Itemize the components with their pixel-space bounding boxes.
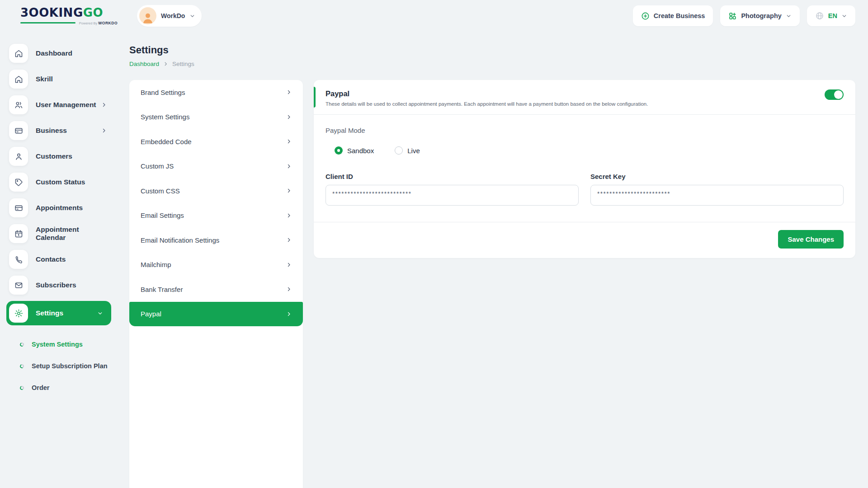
- bullet-icon: [19, 342, 25, 347]
- subnav-item-order[interactable]: Order: [20, 377, 118, 399]
- bullet-icon: [19, 385, 25, 390]
- settings-menu-custom-css[interactable]: Custom CSS: [129, 178, 303, 203]
- chevron-right-icon: [286, 139, 292, 144]
- breadcrumb-dashboard-link[interactable]: Dashboard: [129, 61, 159, 67]
- radio-option-live[interactable]: Live: [395, 146, 420, 155]
- chevron-right-icon: [101, 128, 107, 133]
- settings-menu-email-settings[interactable]: Email Settings: [129, 203, 303, 228]
- chevron-right-icon: [286, 188, 292, 193]
- settings-subnav: System Settings Setup Subscription Plan …: [9, 331, 118, 399]
- sidebar-item-customers[interactable]: Customers: [9, 146, 118, 166]
- sidebar-item-subscribers[interactable]: Subscribers: [9, 275, 118, 295]
- credential-fields: Client ID Secret Key: [326, 173, 844, 206]
- secret-key-label: Secret Key: [590, 173, 844, 180]
- gear-icon: [9, 304, 28, 323]
- chevron-right-icon: [163, 61, 168, 66]
- workspace-avatar: [139, 7, 156, 24]
- sidebar-item-appointments[interactable]: Appointments: [9, 198, 118, 218]
- settings-menu-card: Brand Settings System Settings Embedded …: [129, 80, 303, 488]
- main-content: Settings Dashboard Settings Brand Settin…: [118, 32, 868, 488]
- settings-menu-email-notification-settings[interactable]: Email Notification Settings: [129, 228, 303, 253]
- paypal-enabled-toggle[interactable]: [825, 89, 844, 100]
- paypal-panel-footer: Save Changes: [314, 222, 855, 258]
- secret-key-input[interactable]: [590, 185, 844, 206]
- home-icon: [9, 44, 28, 63]
- powered-by: Powered By WORKDO: [79, 21, 118, 25]
- logo-wordmark: 3OOKINGGO: [20, 7, 118, 19]
- chevron-right-icon: [286, 311, 292, 317]
- paypal-mode-label: Paypal Mode: [326, 127, 844, 134]
- top-header: 3OOKINGGO Powered By WORKDO WorkDo Creat…: [0, 0, 868, 32]
- page-title: Settings: [129, 44, 855, 56]
- logo-accent-text: GO: [83, 6, 103, 19]
- client-id-field-group: Client ID: [326, 173, 579, 206]
- chevron-down-icon: [841, 13, 847, 19]
- secret-key-field-group: Secret Key: [590, 173, 844, 206]
- globe-icon: [815, 11, 824, 20]
- sidebar-item-custom-status[interactable]: Custom Status: [9, 172, 118, 192]
- workspace-switcher[interactable]: WorkDo: [137, 5, 202, 27]
- sidebar-item-contacts[interactable]: Contacts: [9, 249, 118, 269]
- calendar-icon: [9, 224, 28, 243]
- language-dropdown[interactable]: EN: [807, 5, 855, 26]
- workspace-name: WorkDo: [161, 12, 185, 19]
- sidebar-item-appointment-calendar[interactable]: Appointment Calendar: [9, 224, 118, 244]
- chevron-down-icon: [97, 310, 103, 316]
- logo-underline: [20, 22, 75, 23]
- business-type-dropdown[interactable]: Photography: [720, 5, 799, 26]
- chevron-right-icon: [286, 237, 292, 243]
- language-label: EN: [828, 12, 837, 19]
- sidebar-item-business[interactable]: Business: [9, 121, 118, 141]
- users-icon: [9, 95, 28, 114]
- paypal-panel-body: Paypal Mode Sandbox Live Cli: [314, 115, 855, 206]
- settings-menu-system-settings[interactable]: System Settings: [129, 105, 303, 130]
- paypal-mode-radio-group: Sandbox Live: [335, 146, 844, 155]
- settings-menu-paypal[interactable]: Paypal: [129, 302, 303, 327]
- plus-circle-icon: [641, 12, 650, 20]
- chevron-down-icon: [786, 13, 792, 19]
- sidebar-item-user-management[interactable]: User Management: [9, 95, 118, 115]
- chevron-right-icon: [286, 89, 292, 95]
- sidebar-item-dashboard[interactable]: Dashboard: [9, 43, 118, 63]
- breadcrumb: Dashboard Settings: [129, 61, 855, 67]
- radio-option-sandbox[interactable]: Sandbox: [335, 146, 374, 155]
- paypal-description: These details will be used to collect ap…: [326, 101, 844, 107]
- app-logo[interactable]: 3OOKINGGO Powered By WORKDO: [20, 7, 118, 25]
- credit-card-icon: [9, 121, 28, 140]
- chevron-down-icon: [189, 13, 195, 19]
- settings-menu-embedded-code[interactable]: Embedded Code: [129, 129, 303, 154]
- chevron-right-icon: [286, 213, 292, 218]
- sidebar-nav: Dashboard Skrill User Management Busines…: [0, 32, 118, 399]
- chevron-right-icon: [286, 286, 292, 292]
- business-type-label: Photography: [741, 12, 781, 19]
- settings-menu-bank-transfer[interactable]: Bank Transfer: [129, 277, 303, 302]
- phone-icon: [9, 250, 28, 269]
- create-business-button[interactable]: Create Business: [633, 5, 713, 26]
- paypal-panel-header: Paypal These details will be used to col…: [314, 80, 855, 114]
- accent-bar: [314, 87, 316, 108]
- toggle-knob: [834, 90, 843, 99]
- create-business-label: Create Business: [654, 12, 705, 19]
- user-icon: [9, 147, 28, 166]
- radio-unchecked-icon: [395, 146, 403, 155]
- sidebar-item-settings[interactable]: Settings: [6, 301, 111, 325]
- mail-icon: [9, 276, 28, 295]
- paypal-title: Paypal: [326, 89, 844, 98]
- settings-menu-custom-js[interactable]: Custom JS: [129, 154, 303, 179]
- logo-primary-text: 3OOKING: [20, 6, 83, 19]
- radio-checked-icon: [335, 146, 343, 155]
- home-icon: [9, 70, 28, 89]
- breadcrumb-current: Settings: [172, 61, 194, 67]
- subnav-item-setup-subscription-plan[interactable]: Setup Subscription Plan: [20, 355, 118, 377]
- settings-menu-brand-settings[interactable]: Brand Settings: [129, 80, 303, 105]
- subnav-item-system-settings[interactable]: System Settings: [20, 333, 118, 355]
- settings-menu-mailchimp[interactable]: Mailchimp: [129, 253, 303, 277]
- save-changes-button[interactable]: Save Changes: [778, 230, 844, 249]
- client-id-label: Client ID: [326, 173, 579, 180]
- client-id-input[interactable]: [326, 185, 579, 206]
- sidebar-item-skrill[interactable]: Skrill: [9, 69, 118, 89]
- tag-icon: [9, 173, 28, 192]
- chevron-right-icon: [286, 164, 292, 169]
- person-icon: [141, 11, 155, 24]
- chevron-right-icon: [286, 262, 292, 267]
